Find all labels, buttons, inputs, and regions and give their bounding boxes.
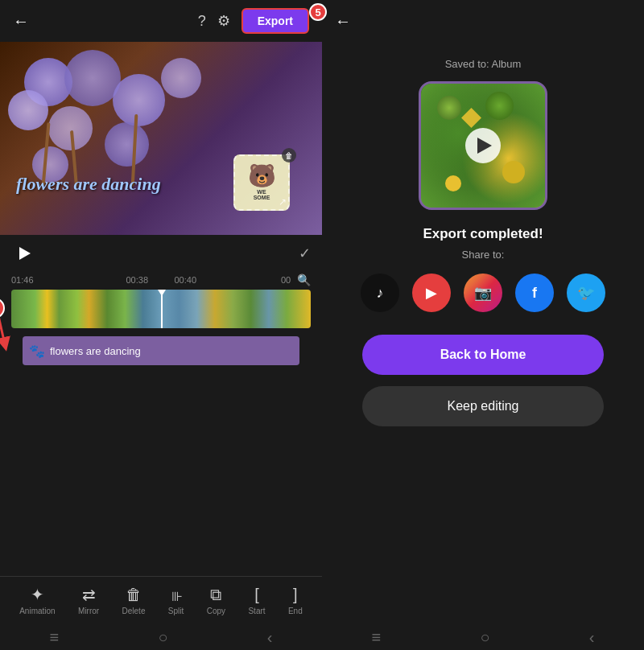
right-bottom-nav: ≡ ○ ‹ (322, 620, 644, 650)
twitter-share-button[interactable]: 🐦 (567, 274, 605, 312)
share-to-label: Share to: (462, 249, 505, 261)
facebook-icon: f (532, 285, 537, 302)
copy-icon: ⧉ (210, 586, 221, 604)
sticker-delete-icon[interactable]: 🗑 (282, 148, 296, 162)
youtube-icon: ▶ (426, 284, 437, 302)
timeline-area: ✓ 01:46 00:38 00:40 00 🔍 4 (0, 235, 322, 650)
mirror-label: Mirror (78, 607, 99, 615)
right-home-icon[interactable]: ○ (480, 628, 489, 647)
play-button[interactable] (11, 241, 35, 265)
start-label: Start (248, 607, 265, 615)
toolbar-items: ✦ Animation ⇄ Mirror 🗑 Delete ⊪ Split ⧉ (0, 585, 322, 615)
toolbar-item-delete[interactable]: 🗑 Delete (122, 586, 146, 615)
subtitle-track[interactable]: 🐾 flowers are dancing (23, 336, 299, 365)
subtitle-track-container: 4 🐾 flowers are dancing (11, 333, 311, 365)
sticker-emoji: 🐻 (248, 165, 276, 187)
sticker-resize-handle[interactable]: ↗ (279, 196, 287, 208)
time-label-1: 01:46 (11, 275, 52, 285)
step-5-badge: 5 (309, 3, 327, 21)
home-icon[interactable]: ○ (158, 628, 167, 647)
toolbar-item-mirror[interactable]: ⇄ Mirror (78, 585, 99, 615)
toolbar-item-copy[interactable]: ⧉ Copy (207, 586, 225, 615)
end-icon: ] (293, 586, 298, 604)
playback-controls: ✓ (0, 235, 322, 272)
share-icons-row: ♪ ▶ 📷 f 🐦 (361, 274, 605, 312)
exported-video-thumbnail[interactable] (419, 81, 547, 210)
video-track[interactable] (11, 290, 311, 328)
animation-icon: ✦ (31, 585, 44, 604)
delete-label: Delete (122, 607, 146, 615)
left-bottom-nav: ≡ ○ ‹ (0, 620, 322, 650)
video-preview: flowers are dancing 🗑 🐻 WESOME ↗ (0, 42, 322, 235)
right-back-button[interactable]: ← (335, 12, 351, 31)
export-complete-content: Saved to: Album Export completed! Share … (322, 42, 644, 620)
end-label: End (288, 607, 303, 615)
instagram-share-button[interactable]: 📷 (464, 274, 502, 312)
back-to-home-button[interactable]: Back to Home (362, 335, 604, 375)
right-top-bar: ← (322, 0, 644, 42)
export-button[interactable]: Export 5 (242, 8, 309, 34)
split-icon: ⊪ (171, 589, 181, 604)
help-icon[interactable]: ? (198, 13, 206, 30)
tiktok-icon: ♪ (377, 285, 384, 302)
time-label-3: 00:40 (175, 275, 207, 285)
copy-label: Copy (207, 607, 225, 615)
thumbnail-play-button[interactable] (465, 128, 501, 163)
toolbar-item-animation[interactable]: ✦ Animation (19, 585, 55, 615)
facebook-share-button[interactable]: f (515, 274, 554, 312)
toolbar-item-end[interactable]: ] End (288, 586, 303, 615)
top-bar-right: ? ⚙ Export 5 (198, 8, 309, 34)
step-4-area: 4 (0, 298, 5, 319)
youtube-share-button[interactable]: ▶ (412, 274, 451, 312)
settings-icon[interactable]: ⚙ (217, 12, 230, 30)
animation-label: Animation (19, 607, 55, 615)
back-nav-icon[interactable]: ‹ (267, 628, 273, 647)
right-menu-icon[interactable]: ≡ (372, 628, 382, 647)
subtitle-text: flowers are dancing (50, 345, 141, 357)
left-panel: ← ? ⚙ Export 5 flowers are (0, 0, 322, 650)
split-label: Split (168, 607, 184, 615)
delete-icon: 🗑 (126, 586, 142, 604)
time-label-2: 00:38 (126, 275, 159, 285)
saved-label: Saved to: Album (445, 58, 522, 70)
instagram-icon: 📷 (474, 284, 492, 302)
timeline-ruler: 01:46 00:38 00:40 00 🔍 (0, 272, 322, 288)
time-label-4: 00 (281, 275, 297, 285)
play-icon (19, 247, 31, 260)
right-panel: ← Saved to: Album Export completed! Shar… (322, 0, 644, 650)
toolbar-item-split[interactable]: ⊪ Split (168, 589, 184, 615)
sticker-label: WESOME (254, 189, 270, 200)
bottom-toolbar: ✦ Animation ⇄ Mirror 🗑 Delete ⊪ Split ⧉ (0, 576, 322, 620)
start-icon: [ (254, 586, 259, 604)
keep-editing-button[interactable]: Keep editing (362, 386, 604, 426)
top-bar: ← ? ⚙ Export 5 (0, 0, 322, 42)
export-done-text: Export completed! (423, 226, 543, 242)
sticker-element[interactable]: 🗑 🐻 WESOME ↗ (233, 154, 290, 211)
back-button[interactable]: ← (13, 12, 29, 31)
step-4-arrow-icon (0, 309, 37, 357)
confirm-icon[interactable]: ✓ (299, 245, 311, 262)
playhead (161, 290, 163, 328)
toolbar-item-start[interactable]: [ Start (248, 586, 265, 615)
video-text-overlay: flowers are dancing (16, 174, 161, 195)
tiktok-share-button[interactable]: ♪ (361, 274, 399, 312)
mirror-icon: ⇄ (82, 585, 96, 604)
thumbnail-play-icon (477, 138, 492, 154)
twitter-icon: 🐦 (577, 284, 595, 302)
menu-icon[interactable]: ≡ (50, 628, 60, 647)
right-back-nav-icon[interactable]: ‹ (589, 628, 595, 647)
